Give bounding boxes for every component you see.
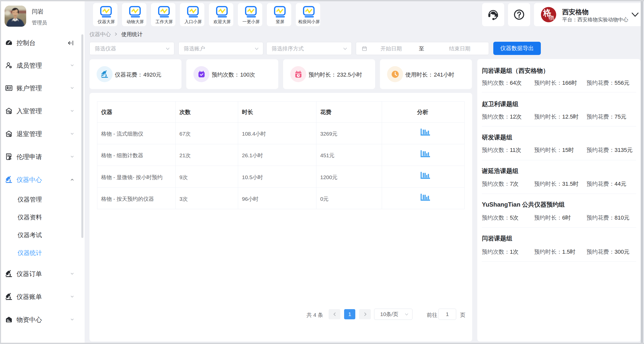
svg-text:物: 物 — [548, 14, 555, 21]
